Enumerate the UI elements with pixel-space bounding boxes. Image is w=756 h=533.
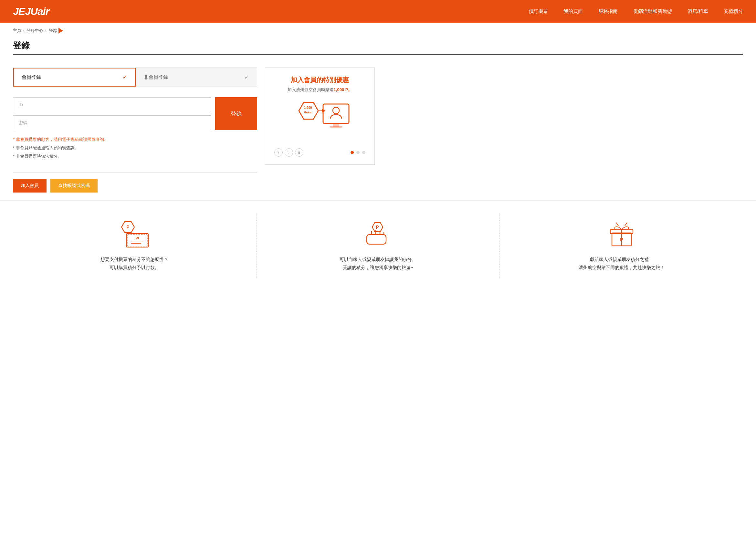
nav-mypage[interactable]: 我的頁面	[563, 9, 583, 14]
promo-title: 加入會員的特別優惠	[273, 76, 367, 84]
feature-col-2: P 可以向家人或親戚朋友轉讓我的積分。 受讓的積分，讓您獨享快樂的旅遊~	[256, 214, 500, 278]
svg-text:Point: Point	[304, 111, 312, 114]
svg-rect-9	[126, 233, 148, 247]
feature-text-1: 想要支付機票的積分不夠怎麼辦？ 可以購買積分予以付款。	[21, 255, 249, 272]
inputs-column	[13, 97, 211, 130]
bottom-buttons: 加入會員 查找帳號或密碼	[13, 172, 257, 193]
promo-highlight: 1,000 P。	[334, 87, 352, 92]
svg-text:P: P	[376, 225, 379, 230]
dot-1[interactable]	[351, 151, 354, 154]
breadcrumb: 主頁 › 登錄中心 › 登錄	[0, 23, 756, 36]
id-input[interactable]	[13, 97, 211, 112]
feature-icon-1: P W	[21, 220, 249, 249]
svg-text:W: W	[136, 236, 139, 240]
join-button[interactable]: 加入會員	[13, 179, 46, 193]
header: JEJUair 預訂機票 我的頁面 服務指南 促銷活動和新動態 酒店/租車 充值…	[0, 0, 756, 23]
page-title: 登錄	[13, 40, 743, 51]
breadcrumb-center[interactable]: 登錄中心	[26, 28, 43, 34]
note-3: * 非會員購票時無法積分。	[13, 152, 257, 161]
promo-illustration: 1,000 Point	[287, 99, 352, 141]
nav-promo[interactable]: 促銷活動和新動態	[633, 9, 672, 14]
note-link[interactable]: * 非會員購票的顧客，請用電子郵箱或護照號查詢。	[13, 137, 108, 142]
login-notes: * 非會員購票的顧客，請用電子郵箱或護照號查詢。 * 非會員只能通過輸入預約號查…	[13, 135, 257, 161]
svg-point-6	[333, 107, 339, 114]
promo-subtitle: 加入濟州航空會員時贈送1,000 P。	[273, 87, 367, 93]
note-1: * 非會員購票的顧客，請用電子郵箱或護照號查詢。	[13, 135, 257, 144]
carousel-next[interactable]: ›	[284, 148, 293, 157]
left-panel: 會員登錄 ✓ 非會員登錄 ✓ 登錄 * 非會員購票的顧客，請用電子郵箱或護照號查…	[13, 67, 257, 193]
breadcrumb-sep1: ›	[23, 28, 25, 33]
password-input[interactable]	[13, 115, 211, 130]
main-nav: 預訂機票 我的頁面 服務指南 促銷活動和新動態 酒店/租車 充值積分	[528, 9, 743, 14]
page-title-section: 登錄	[0, 36, 756, 60]
form-row: 登錄	[13, 97, 257, 130]
promo-box: 加入會員的特別優惠 加入濟州航空會員時贈送1,000 P。 1,000 Poin…	[265, 67, 375, 165]
dot-3[interactable]	[362, 151, 365, 154]
points-gift-icon: P	[607, 220, 636, 249]
breadcrumb-sep2: ›	[45, 28, 46, 33]
svg-line-24	[625, 223, 627, 226]
login-button[interactable]: 登錄	[215, 97, 257, 130]
tab-nonmember-label: 非會員登錄	[144, 74, 168, 80]
features-section: P W 想要支付機票的積分不夠怎麼辦？ 可以購買積分予以付款。 P	[0, 200, 756, 291]
main-content: 會員登錄 ✓ 非會員登錄 ✓ 登錄 * 非會員購票的顧客，請用電子郵箱或護照號查…	[0, 60, 388, 200]
carousel-pause[interactable]: ⏸	[295, 148, 303, 157]
feature-icon-2: P	[264, 220, 492, 249]
svg-text:1,000: 1,000	[304, 106, 312, 110]
tab-member-check-icon: ✓	[122, 74, 127, 81]
svg-rect-4	[333, 123, 339, 127]
nav-hotel[interactable]: 酒店/租車	[688, 9, 708, 14]
feature-col-3: P 獻給家人或親戚朋友積分之禮！ 濟州航空與衆不同的獻禮，共赴快樂之旅！	[500, 214, 743, 278]
feature-icon-3: P	[507, 220, 735, 249]
svg-text:P: P	[620, 237, 623, 242]
feature-text-3: 獻給家人或親戚朋友積分之禮！ 濟州航空與衆不同的獻禮，共赴快樂之旅！	[507, 255, 735, 272]
breadcrumb-current: 登錄	[49, 28, 63, 34]
note-2: * 非會員只能通過輸入預約號查詢。	[13, 144, 257, 152]
title-divider	[13, 54, 743, 55]
carousel-prev[interactable]: ‹	[274, 148, 283, 157]
nav-points[interactable]: 充值積分	[724, 9, 743, 14]
dot-2[interactable]	[356, 151, 360, 154]
promo-icon-area: 1,000 Point	[273, 99, 367, 141]
login-form: 登錄 * 非會員購票的顧客，請用電子郵箱或護照號查詢。 * 非會員只能通過輸入預…	[13, 94, 257, 163]
nav-service[interactable]: 服務指南	[598, 9, 618, 14]
breadcrumb-home[interactable]: 主頁	[13, 28, 21, 34]
carousel-arrows: ‹ › ⏸	[274, 148, 303, 157]
nav-book[interactable]: 預訂機票	[528, 9, 548, 14]
carousel-dots	[351, 151, 365, 154]
login-tabs: 會員登錄 ✓ 非會員登錄 ✓	[13, 67, 257, 87]
breadcrumb-flag-icon	[59, 28, 63, 34]
carousel-controls: ‹ › ⏸	[273, 145, 367, 157]
svg-line-23	[616, 223, 618, 226]
feature-text-2: 可以向家人或親戚朋友轉讓我的積分。 受讓的積分，讓您獨享快樂的旅遊~	[264, 255, 492, 272]
right-panel: 加入會員的特別優惠 加入濟州航空會員時贈送1,000 P。 1,000 Poin…	[265, 67, 375, 193]
svg-rect-5	[330, 126, 342, 128]
points-purchase-icon: P W	[117, 220, 152, 249]
points-transfer-icon: P	[364, 220, 392, 249]
tab-member[interactable]: 會員登錄 ✓	[13, 68, 136, 87]
find-account-button[interactable]: 查找帳號或密碼	[50, 179, 97, 193]
tab-member-label: 會員登錄	[22, 74, 41, 80]
tab-nonmember-check-icon: ✓	[244, 74, 249, 81]
tab-nonmember[interactable]: 非會員登錄 ✓	[136, 68, 257, 87]
svg-text:P: P	[127, 225, 129, 230]
logo[interactable]: JEJUair	[13, 6, 49, 17]
feature-col-1: P W 想要支付機票的積分不夠怎麼辦？ 可以購買積分予以付款。	[13, 214, 256, 278]
